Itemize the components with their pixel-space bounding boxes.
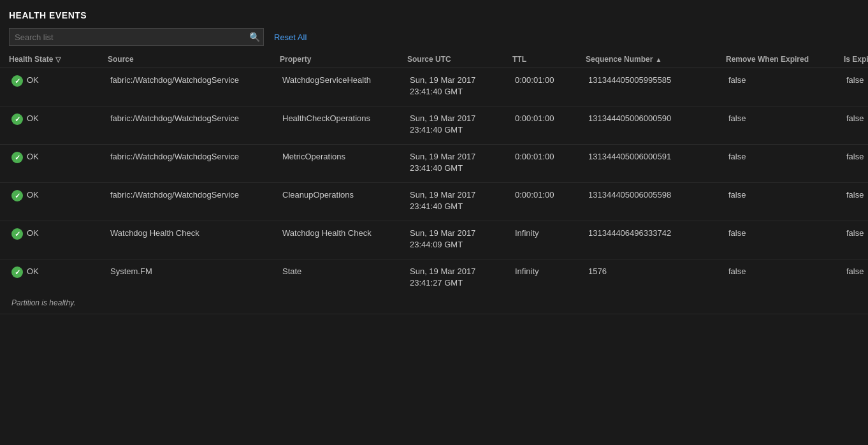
health-state-cell: OK: [9, 221, 108, 246]
is-expired-cell: false: [844, 183, 868, 207]
search-input[interactable]: [10, 30, 245, 45]
col-header-source: Source: [108, 55, 280, 64]
col-label-ttl: TTL: [512, 55, 526, 64]
health-state-cell: OK: [9, 145, 108, 170]
source-utc-cell: Sun, 19 Mar 2017 23:41:40 GMT: [407, 183, 512, 219]
property-cell: Watchdog Health Check: [280, 221, 407, 245]
is-expired-cell: false: [844, 68, 868, 92]
remove-when-expired-cell: false: [726, 259, 844, 284]
ok-status-icon: [11, 75, 23, 87]
source-cell: Watchdog Health Check: [108, 221, 280, 245]
source-cell: fabric:/Watchdog/WatchdogService: [108, 68, 280, 92]
table-row[interactable]: OKSystem.FMStateSun, 19 Mar 2017 23:41:2…: [0, 259, 868, 314]
property-cell: State: [280, 259, 407, 284]
property-cell: CleanupOperations: [280, 183, 407, 207]
source-cell: System.FM: [108, 259, 280, 284]
note-row: Partition is healthy.: [0, 298, 868, 314]
ok-status-icon: [11, 228, 23, 240]
sequence-number-cell: 131344406496333742: [586, 221, 726, 245]
table-header: Health State ▽ Source Property Source UT…: [0, 51, 868, 68]
reset-all-button[interactable]: Reset All: [271, 31, 309, 43]
sequence-number-cell: 1576: [586, 259, 726, 284]
filter-icon[interactable]: ▽: [55, 55, 61, 64]
col-label-source-utc: Source UTC: [407, 55, 451, 64]
health-state-cell: OK: [9, 68, 108, 93]
is-expired-cell: false: [844, 259, 868, 284]
col-label-sequence-number: Sequence Number: [586, 55, 653, 64]
ttl-cell: 0:00:01:00: [512, 183, 586, 207]
ttl-cell: Infinity: [512, 259, 586, 284]
table-row[interactable]: OKfabric:/Watchdog/WatchdogServiceWatchd…: [0, 68, 868, 106]
sequence-number-cell: 131344405006000591: [586, 145, 726, 169]
sort-asc-icon: ▲: [655, 56, 662, 63]
ok-status-icon: [11, 266, 23, 278]
is-expired-cell: false: [844, 145, 868, 169]
table-row[interactable]: OKfabric:/Watchdog/WatchdogServiceCleanu…: [0, 183, 868, 221]
health-state-cell: OK: [9, 106, 108, 131]
source-utc-cell: Sun, 19 Mar 2017 23:44:09 GMT: [407, 221, 512, 257]
table-row[interactable]: OKWatchdog Health CheckWatchdog Health C…: [0, 221, 868, 259]
table-body: OKfabric:/Watchdog/WatchdogServiceWatchd…: [0, 68, 868, 314]
ok-status-icon: [11, 113, 23, 125]
remove-when-expired-cell: false: [726, 106, 844, 131]
property-cell: WatchdogServiceHealth: [280, 68, 407, 92]
col-label-health-state: Health State: [9, 55, 53, 64]
col-header-sequence-number[interactable]: Sequence Number ▲: [586, 55, 726, 64]
health-state-value: OK: [27, 189, 39, 200]
search-container: 🔍: [9, 28, 264, 46]
remove-when-expired-cell: false: [726, 221, 844, 245]
table-row[interactable]: OKfabric:/Watchdog/WatchdogServiceMetric…: [0, 145, 868, 183]
ttl-cell: 0:00:01:00: [512, 68, 586, 92]
col-header-health-state: Health State ▽: [9, 55, 108, 64]
source-utc-cell: Sun, 19 Mar 2017 23:41:40 GMT: [407, 145, 512, 180]
remove-when-expired-cell: false: [726, 183, 844, 207]
toolbar: 🔍 Reset All: [0, 26, 868, 51]
source-utc-cell: Sun, 19 Mar 2017 23:41:40 GMT: [407, 106, 512, 142]
property-cell: HealthCheckOperations: [280, 106, 407, 131]
col-header-ttl: TTL: [512, 55, 586, 64]
col-header-property: Property: [280, 55, 407, 64]
sequence-number-cell: 131344405006005598: [586, 183, 726, 207]
source-cell: fabric:/Watchdog/WatchdogService: [108, 183, 280, 207]
table-container: Health State ▽ Source Property Source UT…: [0, 51, 868, 314]
table-row[interactable]: OKfabric:/Watchdog/WatchdogServiceHealth…: [0, 106, 868, 145]
health-state-value: OK: [27, 151, 39, 161]
ttl-cell: Infinity: [512, 221, 586, 245]
source-cell: fabric:/Watchdog/WatchdogService: [108, 106, 280, 131]
note-text: Partition is healthy.: [9, 297, 78, 314]
sequence-number-cell: 131344405006000590: [586, 106, 726, 131]
is-expired-cell: false: [844, 221, 868, 245]
col-label-property: Property: [280, 55, 311, 64]
source-utc-cell: Sun, 19 Mar 2017 23:41:27 GMT: [407, 259, 512, 295]
col-label-remove-when-expired: Remove When Expired: [726, 55, 809, 64]
health-state-cell: OK: [9, 259, 108, 284]
sequence-number-cell: 131344405005995585: [586, 68, 726, 92]
health-state-value: OK: [27, 75, 39, 85]
col-label-source: Source: [108, 55, 134, 64]
ttl-cell: 0:00:01:00: [512, 106, 586, 131]
col-header-remove-when-expired: Remove When Expired: [726, 55, 844, 64]
is-expired-cell: false: [844, 106, 868, 131]
col-header-source-utc: Source UTC: [407, 55, 512, 64]
property-cell: MetricOperations: [280, 145, 407, 169]
page-wrapper: HEALTH EVENTS 🔍 Reset All Health State ▽…: [0, 0, 868, 314]
col-header-is-expired: Is Expired: [844, 55, 868, 64]
col-label-is-expired: Is Expired: [844, 55, 868, 64]
health-state-value: OK: [27, 113, 39, 123]
health-state-cell: OK: [9, 183, 108, 208]
ok-status-icon: [11, 190, 23, 201]
ttl-cell: 0:00:01:00: [512, 145, 586, 169]
source-cell: fabric:/Watchdog/WatchdogService: [108, 145, 280, 169]
section-title: HEALTH EVENTS: [0, 6, 868, 26]
search-icon[interactable]: 🔍: [245, 28, 263, 46]
health-state-value: OK: [27, 228, 39, 238]
health-state-value: OK: [27, 266, 39, 276]
source-utc-cell: Sun, 19 Mar 2017 23:41:40 GMT: [407, 68, 512, 104]
remove-when-expired-cell: false: [726, 68, 844, 92]
remove-when-expired-cell: false: [726, 145, 844, 169]
ok-status-icon: [11, 152, 23, 163]
